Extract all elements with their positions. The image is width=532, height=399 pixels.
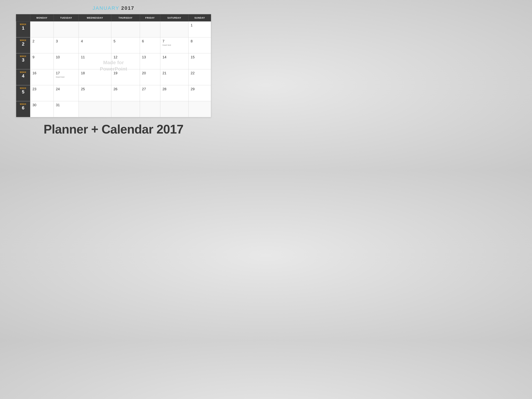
week-col-header (16, 14, 30, 21)
day-cell: 10 (54, 53, 79, 69)
week-text: WEEK (18, 55, 28, 57)
week-label-cell-4: WEEK4 (16, 69, 30, 85)
week-text: WEEK (18, 71, 28, 73)
day-number: 12 (114, 55, 138, 59)
day-number: 6 (142, 39, 158, 43)
day-cell: 15 (189, 53, 211, 69)
day-number: 16 (32, 71, 51, 75)
day-cell: 5 (111, 38, 140, 53)
week-number: 1 (18, 25, 28, 31)
day-cell: 21 (160, 69, 189, 85)
day-number: 28 (162, 87, 186, 91)
header-monday: MONDAY (30, 14, 54, 21)
day-number: 27 (142, 87, 158, 91)
day-cell (189, 101, 211, 117)
year-label: 2017 (121, 5, 134, 11)
day-cell: 19 (111, 69, 140, 85)
day-cell (30, 21, 54, 38)
day-cell (140, 101, 160, 117)
day-cell (111, 21, 140, 38)
week-row-2: WEEK2234567Insert text8 (16, 38, 211, 53)
day-number: 7 (162, 39, 186, 43)
day-cell: 13 (140, 53, 160, 69)
day-number: 3 (56, 39, 76, 43)
day-cell: 30 (30, 101, 54, 117)
day-cell (79, 101, 111, 117)
day-cell: 8 (189, 38, 211, 53)
day-number: 18 (81, 71, 109, 75)
week-number: 6 (18, 105, 28, 111)
day-cell: 1 (189, 21, 211, 38)
day-cell: 14 (160, 53, 189, 69)
week-label-cell-5: WEEK5 (16, 85, 30, 101)
week-number: 5 (18, 89, 28, 95)
day-cell: 28 (160, 85, 189, 101)
day-number: 15 (191, 55, 209, 59)
day-cell: 31 (54, 101, 79, 117)
header-thursday: THURSDAY (111, 14, 140, 21)
day-number: 5 (114, 39, 138, 43)
day-cell: 17Insert text (54, 69, 79, 85)
day-cell (111, 101, 140, 117)
week-number: 4 (18, 73, 28, 79)
day-number: 13 (142, 55, 158, 59)
header-sunday: SUNDAY (189, 14, 211, 21)
calendar-title: JANUARY 2017 (16, 5, 211, 11)
day-cell (54, 21, 79, 38)
calendar-container: JANUARY 2017 Made for PowerPoint MONDAY … (16, 5, 211, 136)
week-row-1: WEEK11 (16, 21, 211, 38)
day-cell: 9 (30, 53, 54, 69)
day-number: 19 (114, 71, 138, 75)
day-number: 11 (81, 55, 109, 59)
day-number: 2 (32, 39, 51, 43)
week-row-4: WEEK41617Insert text1819202122 (16, 69, 211, 85)
day-cell (79, 21, 111, 38)
day-number: 25 (81, 87, 109, 91)
week-row-3: WEEK39101112131415 (16, 53, 211, 69)
day-number: 17 (56, 71, 76, 75)
header-tuesday: TUESDAY (54, 14, 79, 21)
week-text: WEEK (18, 39, 28, 41)
day-number: 31 (56, 103, 76, 107)
header-wednesday: WEDNESDAY (79, 14, 111, 21)
week-text: WEEK (18, 87, 28, 89)
calendar-table: MONDAY TUESDAY WEDNESDAY THURSDAY FRIDAY… (16, 14, 211, 117)
week-row-5: WEEK523242526272829 (16, 85, 211, 101)
day-cell: 11 (79, 53, 111, 69)
day-cell: 22 (189, 69, 211, 85)
header-row: MONDAY TUESDAY WEDNESDAY THURSDAY FRIDAY… (16, 14, 211, 21)
day-cell: 20 (140, 69, 160, 85)
day-number: 20 (142, 71, 158, 75)
day-cell: 2 (30, 38, 54, 53)
day-cell: 27 (140, 85, 160, 101)
day-cell: 7Insert text (160, 38, 189, 53)
day-cell: 3 (54, 38, 79, 53)
day-number: 29 (191, 87, 209, 91)
day-cell (160, 21, 189, 38)
day-number: 9 (32, 55, 51, 59)
day-number: 1 (191, 23, 209, 27)
day-cell: 18 (79, 69, 111, 85)
day-cell: 12 (111, 53, 140, 69)
day-number: 30 (32, 103, 51, 107)
day-cell: 24 (54, 85, 79, 101)
week-row-6: WEEK63031 (16, 101, 211, 117)
day-number: 24 (56, 87, 76, 91)
day-cell: 16 (30, 69, 54, 85)
week-label-cell-2: WEEK2 (16, 38, 30, 53)
day-cell: 23 (30, 85, 54, 101)
week-number: 2 (18, 41, 28, 47)
table-wrapper: Made for PowerPoint MONDAY TUESDAY WEDNE… (16, 14, 211, 117)
week-text: WEEK (18, 23, 28, 25)
footer-title: Planner + Calendar 2017 (16, 122, 211, 136)
day-cell: 25 (79, 85, 111, 101)
day-number: 21 (162, 71, 186, 75)
insert-text: Insert text (162, 44, 186, 46)
day-number: 23 (32, 87, 51, 91)
day-cell (160, 101, 189, 117)
week-text: WEEK (18, 103, 28, 105)
day-cell: 26 (111, 85, 140, 101)
day-number: 22 (191, 71, 209, 75)
day-number: 8 (191, 39, 209, 43)
day-cell (140, 21, 160, 38)
